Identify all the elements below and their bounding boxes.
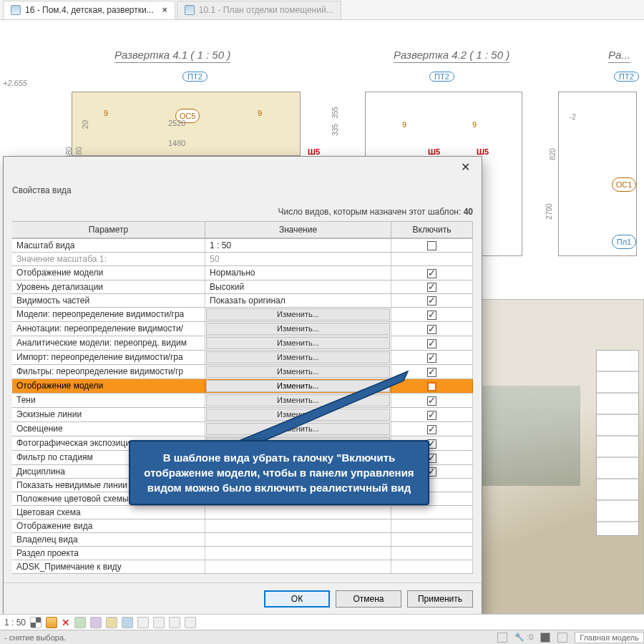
table-row[interactable]: Фильтры: переопределение видимости/грИзм… — [12, 364, 473, 379]
include-cell[interactable] — [391, 379, 473, 393]
include-checkbox[interactable] — [427, 382, 436, 391]
edit-button[interactable]: Изменить... — [206, 337, 390, 349]
table-row[interactable]: Уровень детализацииВысокий — [12, 280, 473, 293]
sun-path-icon[interactable] — [74, 617, 86, 628]
table-row[interactable]: Аналитические модели: переопред. видимИз… — [12, 336, 473, 350]
dialog-titlebar[interactable]: ✕ — [4, 157, 482, 177]
value-cell[interactable]: Изменить... — [205, 394, 391, 407]
include-cell[interactable] — [391, 422, 473, 436]
value-cell[interactable]: Изменить... — [205, 336, 391, 350]
render-icon[interactable] — [106, 617, 117, 628]
value-cell[interactable]: Показать оригинал — [205, 294, 391, 307]
apply-button[interactable]: Применить — [407, 590, 473, 608]
table-row[interactable]: ТениИзменить... — [12, 393, 473, 407]
include-checkbox[interactable] — [427, 396, 436, 406]
include-checkbox[interactable] — [427, 411, 436, 420]
table-row[interactable]: Аннотации: переопределение видимости/Изм… — [12, 321, 473, 336]
edit-button[interactable]: Изменить... — [206, 351, 390, 364]
value-cell[interactable] — [205, 506, 391, 519]
reveal-icon[interactable] — [185, 617, 196, 628]
status-icon-1[interactable] — [497, 633, 507, 643]
table-row[interactable]: Цветовая схема — [12, 505, 473, 519]
include-checkbox[interactable] — [427, 241, 436, 250]
crop-region-icon[interactable] — [137, 617, 149, 628]
value-cell[interactable]: Изменить... — [205, 308, 391, 321]
filter-icon[interactable] — [540, 633, 550, 643]
table-row[interactable]: Эскизные линииИзменить... — [12, 407, 473, 421]
value-cell[interactable]: Высокий — [205, 280, 391, 293]
value-cell[interactable]: Изменить... — [205, 365, 391, 379]
value-cell[interactable] — [205, 547, 391, 560]
table-row[interactable]: Владелец вида — [12, 532, 473, 546]
table-row[interactable]: Видимость частейПоказать оригинал — [12, 293, 473, 307]
table-row[interactable]: Значение масштаба 1:50 — [12, 252, 473, 265]
editable-only-icon[interactable] — [557, 633, 567, 643]
include-cell[interactable] — [391, 308, 473, 321]
tab-inactive[interactable]: 10.1 - План отделки помещений... — [177, 1, 341, 19]
include-checkbox[interactable] — [427, 283, 436, 292]
value-cell[interactable] — [205, 533, 391, 546]
shadow-icon[interactable] — [90, 617, 102, 628]
include-cell[interactable] — [391, 365, 473, 379]
include-cell[interactable] — [391, 351, 473, 364]
value-cell[interactable]: Изменить... — [205, 351, 391, 364]
include-cell[interactable] — [391, 253, 473, 265]
include-checkbox[interactable] — [427, 311, 436, 320]
include-cell[interactable] — [391, 560, 473, 573]
ok-button[interactable]: ОК — [264, 590, 330, 608]
include-checkbox[interactable] — [427, 269, 436, 278]
table-row[interactable]: Отображение моделиИзменить... — [12, 379, 473, 393]
table-row[interactable]: Импорт: переопределение видимости/граИзм… — [12, 350, 473, 364]
include-checkbox[interactable] — [427, 296, 436, 306]
crop-icon[interactable] — [122, 617, 133, 628]
edit-button[interactable]: Изменить... — [206, 323, 390, 335]
include-cell[interactable] — [391, 239, 473, 252]
view-scale[interactable]: 1 : 50 — [4, 618, 26, 628]
edit-button[interactable]: Изменить... — [206, 366, 390, 378]
visual-style-icon[interactable] — [46, 617, 57, 628]
table-row[interactable]: Отображение моделиНормально — [12, 265, 473, 279]
tab-close-icon[interactable]: × — [162, 5, 167, 15]
include-checkbox[interactable] — [427, 339, 436, 348]
value-cell[interactable] — [205, 560, 391, 573]
lock-icon[interactable] — [153, 617, 165, 628]
edit-button[interactable]: Изменить... — [206, 394, 390, 406]
value-cell[interactable]: Изменить... — [205, 322, 391, 336]
include-cell[interactable] — [391, 322, 473, 336]
close-icon[interactable]: ✕ — [455, 159, 476, 175]
value-cell[interactable]: 50 — [205, 253, 391, 265]
edit-button[interactable]: Изменить... — [206, 409, 390, 421]
table-row[interactable]: ОсвещениеИзменить... — [12, 421, 473, 436]
value-cell[interactable]: 1 : 50 — [205, 239, 391, 252]
value-cell[interactable]: Изменить... — [205, 379, 391, 393]
temp-hide-icon[interactable] — [169, 617, 180, 628]
value-cell[interactable]: Изменить... — [205, 422, 391, 436]
include-cell[interactable] — [391, 506, 473, 519]
include-cell[interactable] — [391, 547, 473, 560]
value-cell[interactable] — [205, 519, 391, 532]
include-cell[interactable] — [391, 266, 473, 279]
table-row[interactable]: Модели: переопределение видимости/граИзм… — [12, 307, 473, 321]
include-checkbox[interactable] — [427, 325, 436, 334]
include-checkbox[interactable] — [427, 368, 436, 377]
include-cell[interactable] — [391, 336, 473, 350]
table-row[interactable]: Раздел проекта — [12, 546, 473, 560]
value-cell[interactable]: Нормально — [205, 266, 391, 279]
value-cell[interactable]: Изменить... — [205, 408, 391, 421]
detail-level-icon[interactable] — [30, 617, 42, 628]
workset-field[interactable]: Главная модель — [575, 632, 644, 643]
edit-button[interactable]: Изменить... — [206, 308, 390, 321]
tab-active[interactable]: 16 - Пом.4, детская, развертки... × — [3, 1, 175, 19]
include-cell[interactable] — [391, 519, 473, 532]
cancel-button[interactable]: Отмена — [336, 590, 401, 608]
include-checkbox[interactable] — [427, 353, 436, 363]
include-cell[interactable] — [391, 394, 473, 407]
include-checkbox[interactable] — [427, 425, 436, 434]
close-hidden-icon[interactable]: ✕ — [62, 617, 70, 628]
include-cell[interactable] — [391, 280, 473, 293]
table-row[interactable]: ADSK_Примечание к виду — [12, 560, 473, 573]
include-cell[interactable] — [391, 408, 473, 421]
edit-button[interactable]: Изменить... — [206, 380, 390, 392]
edit-button[interactable]: Изменить... — [206, 423, 390, 435]
include-cell[interactable] — [391, 533, 473, 546]
